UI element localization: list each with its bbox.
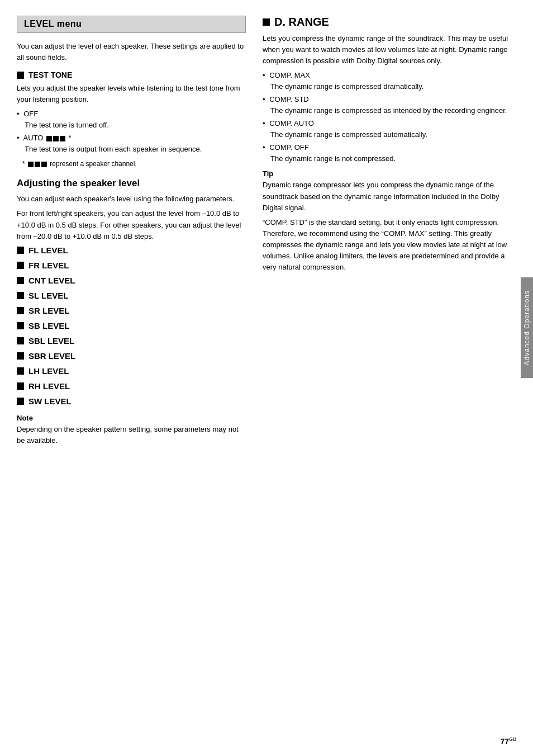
list-item: • COMP. MAX The dynamic range is compres… — [263, 70, 516, 92]
list-item: • OFF The test tone is turned off. — [17, 108, 246, 130]
list-item: • COMP. STD The dynamic range is compres… — [263, 94, 516, 116]
sr-level: SR LEVEL — [17, 306, 246, 315]
test-tone-heading-text: TEST TONE — [28, 70, 72, 79]
tip-title: Tip — [263, 169, 516, 178]
asterisk-note: * represent a speaker channel. — [17, 159, 246, 169]
page-suffix: GB — [509, 736, 516, 742]
comp-auto-desc: The dynamic range is compressed automati… — [263, 129, 516, 140]
lh-square-icon — [17, 367, 24, 375]
sbr-square-icon — [17, 352, 24, 360]
d-range-list: • COMP. MAX The dynamic range is compres… — [263, 70, 516, 164]
cnt-level-label: CNT LEVEL — [28, 276, 75, 285]
sl-level-label: SL LEVEL — [28, 291, 68, 300]
sl-square-icon — [17, 292, 24, 299]
sidebar-label: Advanced Operations — [523, 290, 531, 365]
comp-max-desc: The dynamic range is compressed dramatic… — [263, 81, 516, 92]
fl-square-icon — [17, 247, 24, 254]
list-item: • AUTO * The test tone is output from ea… — [17, 133, 246, 154]
note-section: Note Depending on the speaker pattern se… — [17, 414, 246, 446]
level-menu-intro: You can adjust the level of each speaker… — [17, 41, 246, 63]
auto-desc: The test tone is output from each speake… — [17, 144, 246, 155]
sbl-square-icon — [17, 337, 24, 344]
d-range-heading: D. RANGE — [263, 16, 516, 29]
fr-level-label: FR LEVEL — [28, 261, 69, 270]
sb-level: SB LEVEL — [17, 321, 246, 330]
test-tone-heading: TEST TONE — [17, 70, 246, 79]
sw-square-icon — [17, 398, 24, 405]
sr-square-icon — [17, 307, 24, 314]
tip-para2: “COMP. STD” is the standard setting, but… — [263, 217, 516, 273]
page-number: 77GB — [500, 736, 516, 746]
list-item: • COMP. AUTO The dynamic range is compre… — [263, 118, 516, 140]
rh-level: RH LEVEL — [17, 381, 246, 391]
d-range-intro: Lets you compress the dynamic range of t… — [263, 33, 516, 67]
auto-label: AUTO — [23, 134, 45, 142]
rh-square-icon — [17, 382, 24, 390]
tip-para1: Dynamic range compressor lets you compre… — [263, 179, 516, 213]
fr-level: FR LEVEL — [17, 261, 246, 270]
adjusting-para1: You can adjust each speaker's level usin… — [17, 193, 246, 205]
sw-level-label: SW LEVEL — [28, 396, 72, 406]
off-label: OFF — [23, 110, 38, 118]
lh-level: LH LEVEL — [17, 366, 246, 376]
comp-max-label: COMP. MAX — [269, 71, 310, 79]
sbr-level-label: SBR LEVEL — [28, 351, 75, 361]
sl-level: SL LEVEL — [17, 291, 246, 300]
sb-level-label: SB LEVEL — [28, 321, 69, 330]
left-column: LEVEL menu You can adjust the level of e… — [17, 16, 257, 450]
lh-level-label: LH LEVEL — [28, 366, 69, 376]
right-column: D. RANGE Lets you compress the dynamic r… — [257, 16, 516, 450]
adjusting-para2: For front left/right speakers, you can a… — [17, 208, 246, 242]
sb-square-icon — [17, 322, 24, 329]
list-item: • COMP. OFF The dynamic range is not com… — [263, 142, 516, 164]
adjusting-heading: Adjusting the speaker level — [17, 178, 246, 189]
sw-level: SW LEVEL — [17, 396, 246, 406]
sr-level-label: SR LEVEL — [28, 306, 69, 315]
sbl-level: SBL LEVEL — [17, 336, 246, 346]
sbl-level-label: SBL LEVEL — [28, 336, 74, 346]
comp-off-desc: The dynamic range is not compressed. — [263, 153, 516, 164]
rh-level-label: RH LEVEL — [28, 381, 70, 391]
sbr-level: SBR LEVEL — [17, 351, 246, 361]
level-menu-box: LEVEL menu — [17, 16, 246, 33]
note-title: Note — [17, 414, 246, 422]
cnt-level: CNT LEVEL — [17, 276, 246, 285]
off-desc: The test tone is turned off. — [17, 120, 246, 131]
asterisk-note-text: represent a speaker channel. — [50, 160, 136, 168]
asterisk-squares-icon — [28, 162, 47, 167]
mini-squares-icon — [46, 136, 65, 141]
page-num-text: 77 — [500, 737, 509, 746]
d-range-square-icon — [263, 18, 270, 26]
cnt-square-icon — [17, 277, 24, 284]
note-text: Depending on the speaker pattern setting… — [17, 424, 246, 446]
test-tone-list: • OFF The test tone is turned off. • AUT… — [17, 108, 246, 154]
test-tone-square-icon — [17, 72, 24, 79]
fr-square-icon — [17, 262, 24, 269]
comp-auto-label: COMP. AUTO — [269, 119, 314, 127]
fl-level-label: FL LEVEL — [28, 245, 68, 255]
comp-off-label: COMP. OFF — [269, 143, 309, 152]
comp-std-desc: The dynamic range is compressed as inten… — [263, 105, 516, 116]
comp-std-label: COMP. STD — [269, 95, 309, 103]
test-tone-description: Lets you adjust the speaker levels while… — [17, 83, 246, 105]
d-range-title-text: D. RANGE — [274, 16, 329, 29]
level-menu-title: LEVEL menu — [24, 19, 82, 29]
fl-level: FL LEVEL — [17, 245, 246, 255]
sidebar-label-wrapper: Advanced Operations — [521, 277, 533, 378]
